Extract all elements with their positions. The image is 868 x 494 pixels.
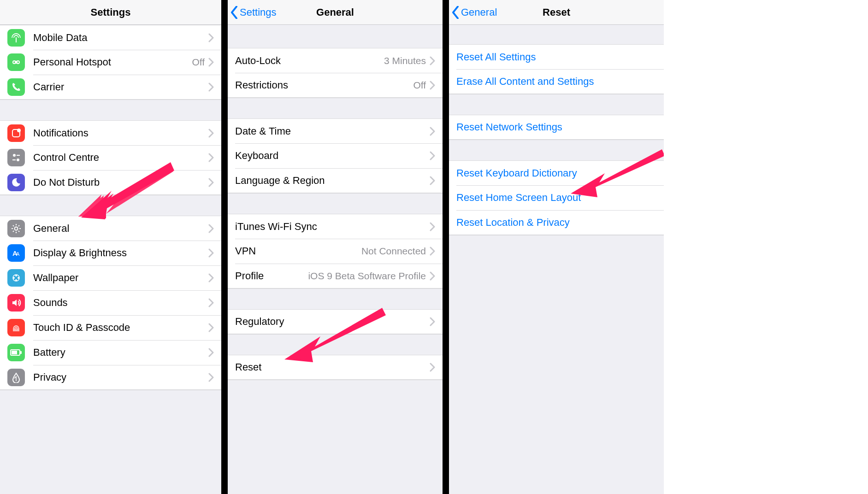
chevron-left-icon xyxy=(230,6,238,19)
row-reset-all-settings[interactable]: Reset All Settings xyxy=(449,44,664,69)
row-auto-lock[interactable]: Auto-Lock3 Minutes xyxy=(228,48,443,73)
row-touchid-passcode[interactable]: Touch ID & Passcode xyxy=(0,315,221,340)
navbar-settings: Settings xyxy=(0,0,221,25)
panel-divider xyxy=(221,0,228,494)
row-do-not-disturb[interactable]: Do Not Disturb xyxy=(0,170,221,195)
panel-divider xyxy=(443,0,449,494)
row-label: Privacy xyxy=(33,371,208,383)
row-label: Display & Brightness xyxy=(33,247,208,259)
svg-point-5 xyxy=(17,129,21,132)
chevron-right-icon xyxy=(430,176,435,185)
back-button-general[interactable]: General xyxy=(449,6,497,19)
row-reset-keyboard-dictionary[interactable]: Reset Keyboard Dictionary xyxy=(449,160,664,185)
row-label: Reset Keyboard Dictionary xyxy=(456,167,656,179)
row-regulatory[interactable]: Regulatory xyxy=(228,309,443,334)
row-label: Regulatory xyxy=(235,316,430,328)
chevron-right-icon xyxy=(208,82,214,92)
phone-icon xyxy=(7,78,25,96)
chevron-right-icon xyxy=(430,317,435,326)
row-label: Battery xyxy=(33,347,208,359)
svg-rect-28 xyxy=(12,351,17,354)
chevron-right-icon xyxy=(430,247,435,256)
chevron-left-icon xyxy=(452,6,459,19)
chevron-right-icon xyxy=(208,224,214,233)
row-privacy[interactable]: Privacy xyxy=(0,365,221,390)
chevron-right-icon xyxy=(208,153,214,162)
row-reset[interactable]: Reset xyxy=(228,355,443,380)
chevron-right-icon xyxy=(430,363,435,372)
svg-line-18 xyxy=(18,225,19,226)
row-restrictions[interactable]: RestrictionsOff xyxy=(228,73,443,98)
row-keyboard[interactable]: Keyboard xyxy=(228,143,443,168)
svg-point-2 xyxy=(13,61,16,64)
row-label: Notifications xyxy=(33,127,208,139)
chevron-right-icon xyxy=(208,373,214,382)
back-button-settings[interactable]: Settings xyxy=(228,6,277,19)
row-label: Reset All Settings xyxy=(456,51,656,63)
row-reset-home-screen-layout[interactable]: Reset Home Screen Layout xyxy=(449,185,664,210)
row-sounds[interactable]: Sounds xyxy=(0,290,221,315)
chevron-right-icon xyxy=(208,348,214,357)
row-language-region[interactable]: Language & Region xyxy=(228,168,443,193)
reset-panel: General Reset Reset All SettingsErase Al… xyxy=(449,0,664,494)
row-label: Date & Time xyxy=(235,125,430,137)
chevron-right-icon xyxy=(208,248,214,258)
row-label: Reset xyxy=(235,361,430,373)
display-icon: AA xyxy=(7,244,25,262)
navbar-title: Settings xyxy=(0,6,221,18)
row-wallpaper[interactable]: Wallpaper xyxy=(0,265,221,290)
row-notifications[interactable]: Notifications xyxy=(0,120,221,145)
chevron-right-icon xyxy=(430,271,435,281)
back-label: Settings xyxy=(240,6,277,18)
row-label: Profile xyxy=(235,270,308,282)
chevron-right-icon xyxy=(208,298,214,307)
svg-point-24 xyxy=(15,279,17,281)
control-centre-icon xyxy=(7,149,25,166)
row-battery[interactable]: Battery xyxy=(0,340,221,365)
settings-panel: Settings Mobile DataPersonal HotspotOffC… xyxy=(0,0,221,494)
row-carrier[interactable]: Carrier xyxy=(0,75,221,100)
hotspot-icon xyxy=(7,53,25,71)
filler xyxy=(664,0,868,494)
row-label: Reset Network Settings xyxy=(456,121,656,133)
row-itunes-wifi-sync[interactable]: iTunes Wi-Fi Sync xyxy=(228,214,443,239)
row-label: Erase All Content and Settings xyxy=(456,76,656,88)
svg-point-22 xyxy=(15,275,17,276)
chevron-right-icon xyxy=(430,151,435,160)
row-general[interactable]: General xyxy=(0,216,221,241)
row-date-time[interactable]: Date & Time xyxy=(228,118,443,143)
row-mobile-data[interactable]: Mobile Data xyxy=(0,25,221,50)
row-reset-location-privacy[interactable]: Reset Location & Privacy xyxy=(449,210,664,235)
row-display-brightness[interactable]: AADisplay & Brightness xyxy=(0,241,221,265)
row-label: General xyxy=(33,223,208,235)
row-erase-all[interactable]: Erase All Content and Settings xyxy=(449,69,664,94)
row-label: Language & Region xyxy=(235,175,430,187)
chevron-right-icon xyxy=(430,127,435,136)
row-value: iOS 9 Beta Software Profile xyxy=(308,271,426,282)
sounds-icon xyxy=(7,294,25,312)
svg-point-6 xyxy=(13,154,16,157)
row-label: Reset Location & Privacy xyxy=(456,217,656,229)
row-label: Mobile Data xyxy=(33,32,208,44)
chevron-right-icon xyxy=(208,33,214,42)
row-profile[interactable]: ProfileiOS 9 Beta Software Profile xyxy=(228,264,443,288)
row-vpn[interactable]: VPNNot Connected xyxy=(228,239,443,264)
svg-rect-27 xyxy=(20,351,22,354)
row-control-centre[interactable]: Control Centre xyxy=(0,145,221,170)
row-reset-network[interactable]: Reset Network Settings xyxy=(449,115,664,140)
navbar-reset: General Reset xyxy=(449,0,664,25)
row-personal-hotspot[interactable]: Personal HotspotOff xyxy=(0,50,221,75)
chevron-right-icon xyxy=(208,178,214,187)
privacy-icon xyxy=(7,369,25,386)
svg-line-17 xyxy=(13,231,14,232)
general-panel: Settings General Auto-Lock3 MinutesRestr… xyxy=(228,0,443,494)
row-label: Auto-Lock xyxy=(235,55,384,67)
row-label: Do Not Disturb xyxy=(33,176,208,188)
row-value: 3 Minutes xyxy=(384,55,426,66)
row-value: Off xyxy=(413,80,426,91)
row-label: Keyboard xyxy=(235,150,430,162)
row-label: Personal Hotspot xyxy=(33,56,192,68)
svg-point-23 xyxy=(18,277,19,279)
battery-icon xyxy=(7,344,25,361)
svg-point-3 xyxy=(17,61,19,64)
